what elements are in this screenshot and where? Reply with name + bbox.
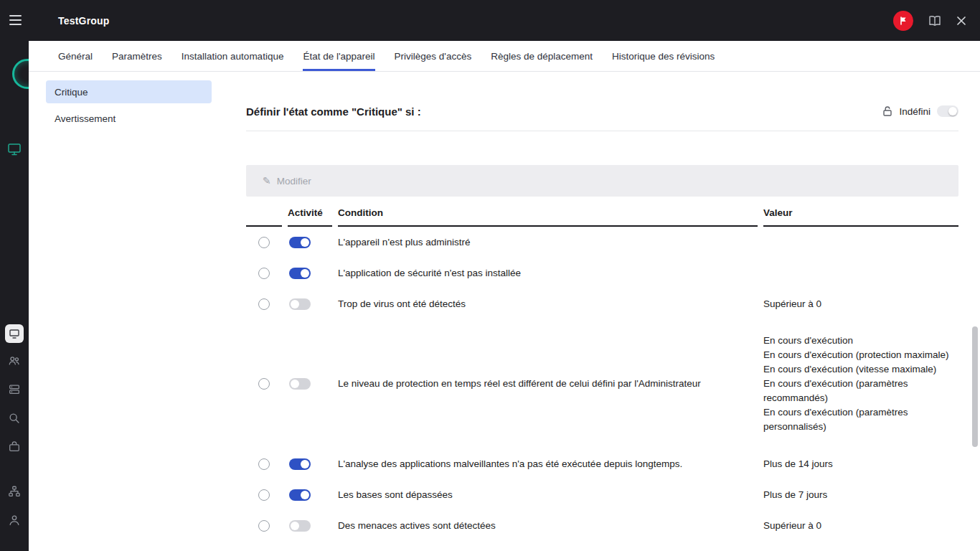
table-row: L'application de sécurité n'est pas inst…	[246, 258, 958, 288]
condition-text: Les bases sont dépassées	[338, 489, 758, 501]
condition-text: Trop de virus ont été détectés	[338, 298, 758, 311]
content-area: GénéralParamètresInstallation automatiqu…	[29, 41, 980, 551]
search-icon[interactable]	[8, 412, 21, 425]
pencil-icon: ✎	[263, 176, 271, 186]
group-title: TestGroup	[58, 15, 110, 27]
header-select	[246, 201, 282, 227]
sidebar-item-critique[interactable]: Critique	[46, 80, 212, 103]
tab-installation-automatique[interactable]: Installation automatique	[182, 41, 284, 71]
condition-text: L'analyse des applications malveillantes…	[338, 458, 758, 471]
bag-icon[interactable]	[8, 441, 21, 453]
activity-toggle[interactable]	[289, 378, 311, 390]
undefined-label: Indéfini	[899, 106, 930, 117]
lock-icon	[882, 105, 892, 117]
top-bar: TestGroup	[0, 0, 980, 41]
sidebar-item-avertissement[interactable]: Avertissement	[46, 107, 212, 130]
header-value: Valeur	[763, 201, 958, 227]
header-condition: Condition	[338, 201, 758, 227]
activity-toggle[interactable]	[289, 489, 311, 501]
account-icon[interactable]	[8, 514, 21, 527]
vertical-scrollbar[interactable]	[972, 326, 978, 447]
value-text: En cours d'exécution En cours d'exécutio…	[763, 319, 958, 448]
activity-toggle[interactable]	[289, 298, 311, 310]
value-text: Plus de 14 jours	[763, 457, 958, 471]
tab-regles-de-deplacement[interactable]: Règles de déplacement	[491, 41, 593, 71]
left-icon-rail	[0, 41, 29, 551]
value-text: Supérieur à 0	[763, 297, 958, 311]
logo-ring-icon	[12, 59, 29, 89]
topbar-actions	[893, 11, 980, 31]
flag-badge-icon[interactable]	[893, 11, 913, 31]
table-row: L'appareil n'est plus administré	[246, 227, 958, 258]
book-icon[interactable]	[928, 14, 942, 27]
row-select-radio[interactable]	[258, 458, 270, 470]
hierarchy-icon[interactable]	[8, 485, 21, 498]
side-nav: CritiqueAvertissement	[46, 80, 212, 133]
table-toolbar: ✎ Modifier	[246, 165, 958, 197]
activity-toggle[interactable]	[289, 237, 311, 248]
servers-icon[interactable]	[8, 383, 21, 396]
condition-text: Le niveau de protection en temps réel es…	[338, 377, 758, 390]
app-window: TestGroup	[0, 0, 980, 551]
conditions-table-body: L'appareil n'est plus administréL'applic…	[246, 227, 958, 541]
row-select-radio[interactable]	[258, 489, 270, 501]
table-row: L'analyse des applications malveillantes…	[246, 448, 958, 479]
modify-button-label: Modifier	[277, 176, 311, 187]
tab-general[interactable]: Général	[58, 41, 93, 71]
tab-parametres[interactable]: Paramètres	[112, 41, 162, 71]
users-icon[interactable]	[8, 354, 21, 367]
close-icon[interactable]	[956, 16, 966, 26]
undefined-toggle[interactable]	[937, 105, 958, 117]
table-row: Le niveau de protection en temps réel es…	[246, 319, 958, 448]
activity-toggle[interactable]	[289, 520, 311, 532]
header-activity: Activité	[288, 201, 332, 227]
condition-text: L'application de sécurité n'est pas inst…	[338, 267, 758, 280]
hamburger-menu-icon[interactable]	[9, 15, 22, 25]
page-title: Définir l'état comme "Critique" si :	[246, 105, 421, 118]
tab-historique-des-revisions[interactable]: Historique des révisions	[612, 41, 715, 71]
table-header-row: Activité Condition Valeur	[246, 201, 958, 227]
row-select-radio[interactable]	[258, 268, 270, 279]
active-section-icon[interactable]	[5, 324, 24, 343]
value-text: Supérieur à 0	[763, 519, 958, 533]
row-select-radio[interactable]	[258, 520, 270, 532]
undefined-control: Indéfini	[882, 105, 958, 117]
devices-monitor-icon[interactable]	[7, 142, 22, 156]
table-row: Les bases sont dépasséesPlus de 7 jours	[246, 479, 958, 510]
activity-toggle[interactable]	[289, 458, 311, 470]
condition-text: Des menaces actives sont détectées	[338, 519, 758, 532]
row-select-radio[interactable]	[258, 378, 270, 390]
row-select-radio[interactable]	[258, 237, 270, 248]
activity-toggle[interactable]	[289, 268, 311, 279]
row-select-radio[interactable]	[258, 298, 270, 310]
value-text: Plus de 7 jours	[763, 488, 958, 502]
condition-text: L'appareil n'est plus administré	[338, 236, 758, 249]
section-divider	[246, 131, 958, 131]
table-row: Des menaces actives sont détectéesSupéri…	[246, 510, 958, 541]
tab-bar: GénéralParamètresInstallation automatiqu…	[29, 41, 980, 72]
conditions-table: Activité Condition Valeur L'appareil n'e…	[246, 201, 958, 541]
modify-button[interactable]: ✎ Modifier	[263, 176, 311, 187]
tab-privileges-d-acces[interactable]: Privilèges d'accès	[395, 41, 472, 71]
main-panel: Définir l'état comme "Critique" si : Ind…	[246, 72, 958, 541]
table-row: Trop de virus ont été détectésSupérieur …	[246, 288, 958, 319]
tab-etat-de-l-appareil[interactable]: État de l'appareil	[303, 41, 374, 71]
